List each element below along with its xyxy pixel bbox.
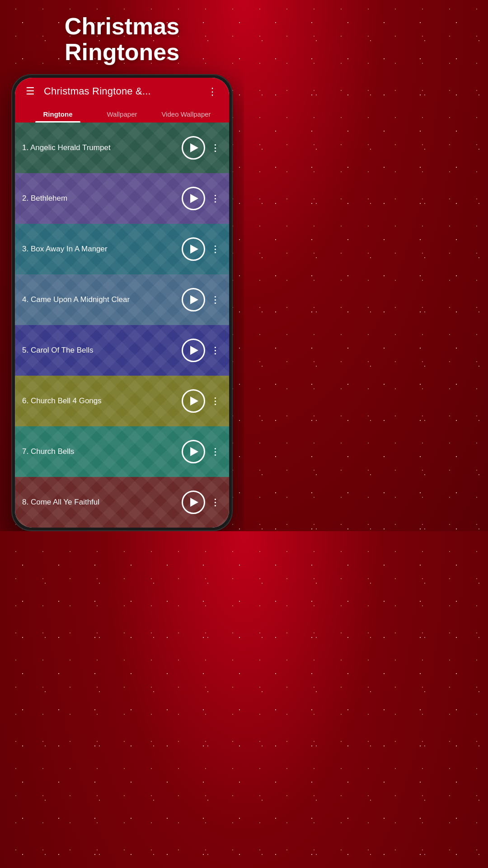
item-name: 4. Came Upon A Midnight Clear [22, 295, 182, 304]
item-actions: ⋮ [182, 339, 222, 362]
ringtone-item: 7. Church Bells ⋮ [15, 426, 229, 477]
tab-ringtone[interactable]: Ringtone [26, 105, 90, 123]
play-button[interactable] [182, 187, 205, 210]
play-icon [190, 396, 198, 406]
more-options-button[interactable]: ⋮ [209, 344, 222, 357]
more-options-button[interactable]: ⋮ [209, 445, 222, 458]
hamburger-menu-icon[interactable]: ☰ [22, 83, 38, 100]
play-button[interactable] [182, 440, 205, 463]
item-actions: ⋮ [182, 491, 222, 514]
item-name: 1. Angelic Herald Trumpet [22, 143, 182, 152]
item-content: 2. Bethlehem ⋮ [22, 187, 222, 210]
more-options-button[interactable]: ⋮ [209, 496, 222, 509]
play-button[interactable] [182, 339, 205, 362]
item-content: 8. Come All Ye Faithful ⋮ [22, 491, 222, 514]
more-options-button[interactable]: ⋮ [209, 395, 222, 407]
play-button[interactable] [182, 389, 205, 413]
item-content: 1. Angelic Herald Trumpet ⋮ [22, 136, 222, 160]
app-header: ☰ Christmas Ringtone &... ⋮ Ringtone Wal… [15, 78, 229, 123]
app-toolbar: ☰ Christmas Ringtone &... ⋮ [22, 78, 222, 105]
ringtone-item: 4. Came Upon A Midnight Clear ⋮ [15, 274, 229, 325]
play-icon [190, 194, 198, 203]
play-button[interactable] [182, 237, 205, 261]
item-name: 8. Come All Ye Faithful [22, 498, 182, 507]
ringtone-item: 1. Angelic Herald Trumpet ⋮ [15, 123, 229, 173]
tab-wallpaper[interactable]: Wallpaper [90, 105, 154, 123]
item-name: 2. Bethlehem [22, 194, 182, 203]
play-icon [190, 295, 198, 304]
item-actions: ⋮ [182, 237, 222, 261]
overflow-menu-icon[interactable]: ⋮ [204, 85, 222, 98]
item-name: 7. Church Bells [22, 447, 182, 456]
ringtone-item: 3. Box Away In A Manger ⋮ [15, 224, 229, 274]
phone-frame: ☰ Christmas Ringtone &... ⋮ Ringtone Wal… [11, 74, 233, 531]
item-content: 3. Box Away In A Manger ⋮ [22, 237, 222, 261]
more-options-button[interactable]: ⋮ [209, 142, 222, 154]
item-content: 7. Church Bells ⋮ [22, 440, 222, 463]
play-button[interactable] [182, 136, 205, 160]
ringtone-item: 6. Church Bell 4 Gongs ⋮ [15, 376, 229, 426]
item-actions: ⋮ [182, 389, 222, 413]
play-icon [190, 143, 198, 152]
item-content: 4. Came Upon A Midnight Clear ⋮ [22, 288, 222, 311]
item-content: 6. Church Bell 4 Gongs ⋮ [22, 389, 222, 413]
ringtone-item: 5. Carol Of The Bells ⋮ [15, 325, 229, 376]
ringtone-item: 8. Come All Ye Faithful ⋮ [15, 477, 229, 528]
ringtone-list: 1. Angelic Herald Trumpet ⋮ 2. Bethlehem… [15, 123, 229, 528]
more-options-button[interactable]: ⋮ [209, 192, 222, 205]
item-actions: ⋮ [182, 136, 222, 160]
app-title: Christmas Ringtone &... [44, 85, 198, 97]
phone-screen: ☰ Christmas Ringtone &... ⋮ Ringtone Wal… [15, 78, 229, 528]
play-icon [190, 447, 198, 456]
play-icon [190, 346, 198, 355]
page-title: Christmas Ringtones [0, 9, 244, 74]
item-content: 5. Carol Of The Bells ⋮ [22, 339, 222, 362]
play-icon [190, 245, 198, 254]
item-actions: ⋮ [182, 440, 222, 463]
more-options-button[interactable]: ⋮ [209, 293, 222, 306]
item-name: 3. Box Away In A Manger [22, 245, 182, 254]
more-options-button[interactable]: ⋮ [209, 243, 222, 255]
play-button[interactable] [182, 491, 205, 514]
item-name: 6. Church Bell 4 Gongs [22, 396, 182, 406]
item-actions: ⋮ [182, 288, 222, 311]
item-actions: ⋮ [182, 187, 222, 210]
item-name: 5. Carol Of The Bells [22, 346, 182, 355]
play-button[interactable] [182, 288, 205, 311]
tabs-bar: Ringtone Wallpaper Video Wallpaper [22, 105, 222, 123]
tab-video-wallpaper[interactable]: Video Wallpaper [154, 105, 218, 123]
play-icon [190, 498, 198, 507]
ringtone-item: 2. Bethlehem ⋮ [15, 173, 229, 224]
